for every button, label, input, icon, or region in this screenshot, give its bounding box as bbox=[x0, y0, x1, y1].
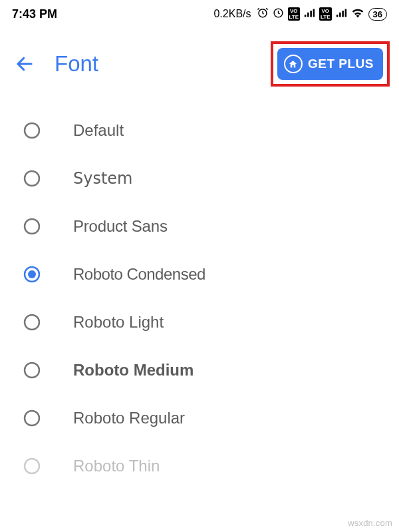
signal-icon-2 bbox=[336, 8, 347, 21]
svg-point-3 bbox=[25, 123, 39, 138]
svg-point-9 bbox=[25, 363, 39, 378]
font-option-roboto-condensed[interactable]: Roboto Condensed bbox=[0, 250, 399, 298]
font-option-roboto-thin[interactable]: Roboto Thin bbox=[0, 442, 399, 490]
font-label: Roboto Condensed bbox=[73, 265, 205, 284]
network-speed: 0.2KB/s bbox=[213, 8, 251, 20]
font-label: Product Sans bbox=[73, 217, 168, 236]
radio-icon bbox=[23, 217, 41, 236]
font-option-roboto-regular[interactable]: Roboto Regular bbox=[0, 394, 399, 442]
font-label: System bbox=[73, 169, 133, 188]
volte-icon-1: VOLTE bbox=[288, 7, 301, 21]
font-option-roboto-medium[interactable]: Roboto Medium bbox=[0, 346, 399, 394]
font-label: Roboto Thin bbox=[73, 457, 160, 475]
battery-level: 36 bbox=[368, 8, 387, 21]
back-button[interactable] bbox=[15, 54, 35, 74]
svg-point-10 bbox=[25, 411, 39, 425]
radio-icon bbox=[23, 457, 41, 475]
sync-icon bbox=[273, 7, 284, 21]
get-plus-label: GET PLUS bbox=[308, 57, 374, 71]
status-icons: 0.2KB/s VOLTE VOLTE 36 bbox=[213, 7, 387, 21]
font-option-system[interactable]: System bbox=[0, 154, 399, 202]
radio-icon bbox=[23, 313, 41, 332]
font-option-default[interactable]: Default bbox=[0, 107, 399, 154]
alarm-icon bbox=[257, 7, 269, 21]
radio-icon bbox=[23, 361, 41, 380]
svg-point-8 bbox=[25, 315, 39, 330]
font-label: Roboto Medium bbox=[73, 361, 194, 380]
font-list: Default System Product Sans Roboto Conde… bbox=[0, 100, 399, 490]
app-bar: Font GET PLUS bbox=[0, 27, 399, 100]
arrow-left-icon bbox=[15, 54, 35, 74]
watermark: wsxdn.com bbox=[348, 518, 392, 528]
font-label: Roboto Regular bbox=[73, 409, 185, 427]
wifi-icon bbox=[351, 7, 364, 21]
status-bar: 7:43 PM 0.2KB/s VOLTE VOLTE 36 bbox=[0, 0, 399, 27]
radio-icon bbox=[23, 121, 41, 140]
svg-point-4 bbox=[25, 171, 39, 186]
home-icon bbox=[284, 55, 303, 73]
svg-point-5 bbox=[25, 219, 39, 234]
svg-point-11 bbox=[25, 459, 39, 473]
volte-icon-2: VOLTE bbox=[319, 7, 332, 21]
get-plus-highlight: GET PLUS bbox=[271, 41, 390, 87]
radio-icon bbox=[23, 409, 41, 427]
svg-point-7 bbox=[28, 270, 36, 278]
get-plus-button[interactable]: GET PLUS bbox=[277, 48, 383, 80]
radio-icon-selected bbox=[23, 265, 41, 284]
font-option-product-sans[interactable]: Product Sans bbox=[0, 202, 399, 250]
font-label: Roboto Light bbox=[73, 313, 164, 332]
status-time: 7:43 PM bbox=[12, 7, 57, 21]
font-option-roboto-light[interactable]: Roboto Light bbox=[0, 298, 399, 346]
page-title: Font bbox=[55, 51, 251, 77]
font-label: Default bbox=[73, 121, 124, 140]
signal-icon-1 bbox=[304, 8, 315, 21]
radio-icon bbox=[23, 169, 41, 188]
